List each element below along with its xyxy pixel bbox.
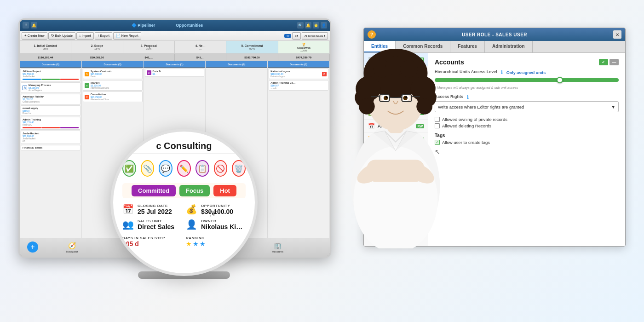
toolbar: + Create New ↻ Bulk Update ↓ Import ↑ Ex… (20, 31, 330, 41)
mag-check-icon[interactable]: ✅ (122, 160, 136, 177)
count-badge: 47 (284, 34, 291, 38)
person-icon: 👤 (186, 219, 197, 230)
magnifier-content: c Consulting ✅ 📎 💬 ✏️ 📋 🚫 🗑️ Committed F… (113, 132, 255, 273)
mag-block-icon[interactable]: 🚫 (214, 160, 228, 177)
ranking-stars: ★ ★ ★ (186, 240, 246, 247)
stage-negotiation[interactable]: 4. Ne… … (175, 41, 226, 53)
kanban-col-0: Documents (0) JH New Project $57,550.00 … (20, 61, 82, 256)
pipeline-stages: 1. Initial Contact 25% 2. Scope 15% 3. P… (20, 41, 330, 54)
view-btn[interactable]: ≡▾ (292, 32, 301, 40)
import-btn[interactable]: ↓ Import (76, 32, 94, 40)
card-katherin[interactable]: Katherin-Lagros $100,050.00 Katherin-Lag… (269, 69, 328, 79)
app-grid-icon: ⠿ (23, 22, 29, 29)
tag-committed[interactable]: Committed (132, 185, 176, 196)
svg-point-23 (405, 96, 407, 98)
svg-point-17 (400, 60, 418, 78)
stage-val-2: $41,… (123, 54, 175, 61)
nav-navigator[interactable]: 🧭 Navigator (66, 242, 78, 253)
owner-label: OWNER (201, 219, 246, 223)
mag-doc-icon[interactable]: 📋 (196, 160, 209, 177)
card-consultation[interactable]: C Consultation $18,450.00 Alterwerth and… (83, 92, 143, 102)
magnifier-overlay: c Consulting ✅ 📎 💬 ✏️ 📋 🚫 🗑️ Committed F… (110, 129, 258, 276)
star-3: ★ (200, 240, 206, 247)
kanban-cards-0: JH New Project $57,550.00 Jerda-Hacket (20, 68, 81, 256)
kanban-col-4: Documents (0) Katherin-Lagros $100,050.0… (268, 61, 330, 256)
report-icon: 📄 (116, 34, 121, 38)
stage-initial-contact[interactable]: 1. Initial Contact 25% (20, 41, 71, 53)
mag-comment-icon[interactable]: 💬 (159, 160, 172, 177)
card-managing[interactable]: A Managing Process $8,206.00 Acme Belgiu… (21, 82, 80, 93)
user-icon-bar[interactable]: 👤 (321, 22, 327, 29)
plus-icon: + (24, 34, 27, 38)
dropdown-arrow: ▼ (611, 104, 615, 109)
card-data-tr[interactable]: D Data Tr… $1… (145, 69, 205, 77)
toggle-dash[interactable]: — (610, 59, 619, 65)
card-jh-new[interactable]: JH New Project $57,550.00 Jerda-Hacket (21, 69, 80, 81)
stage-val-0: $116,186.44 (20, 54, 71, 61)
svg-point-22 (386, 96, 388, 98)
mag-edit-icon[interactable]: ✏️ (177, 160, 191, 177)
tab-administration[interactable]: Administration (485, 41, 533, 52)
closing-date-value: 25 Jul 2022 (138, 208, 182, 215)
card-american[interactable]: American Fidelity $8,028.37 Global Enter… (21, 94, 80, 104)
owner-value: Nikolaus Ki… (201, 223, 246, 230)
accounts-icon: 🏢 (274, 242, 282, 249)
closing-date-label: CLOSING DATE (138, 204, 182, 208)
svg-rect-5 (367, 160, 424, 182)
info-icon-access[interactable]: ℹ (467, 94, 469, 100)
calendar-icon: 📅 (122, 204, 134, 215)
card-system[interactable]: S System Customiz… $45,000.00 Brum (83, 69, 143, 79)
mag-field-sales-unit: 👥 SALES UNIT Direct Sales (122, 219, 182, 230)
new-report-btn[interactable]: 📄 New Report (113, 32, 141, 40)
card-admin-co[interactable]: Admin Training Co… $166.67 …LLC (269, 80, 328, 91)
search-icon-bar[interactable]: 🔍 (297, 22, 304, 29)
ranking-label: RANKING (186, 236, 246, 240)
card-jerda[interactable]: Jerda-Hackett $88,000.00 Jerda-Hackett 6… (21, 131, 80, 144)
days-value: 905 d (122, 240, 182, 247)
all-direct-sales-btn[interactable]: All Direct Sales ▾ (302, 32, 328, 40)
nav-accounts[interactable]: 🏢 Accounts (272, 242, 283, 253)
tag-hot[interactable]: Hot (213, 185, 236, 196)
export-icon: ↑ (98, 34, 99, 38)
team-icon: 👥 (122, 219, 134, 230)
slider-thumb[interactable] (557, 77, 563, 83)
card-financial[interactable]: Financial, Banks (21, 145, 80, 150)
info-icon-hierarchical[interactable]: ℹ (501, 69, 503, 75)
mag-field-owner: 👤 OWNER Nikolaus Ki… (186, 219, 246, 230)
mag-link-icon[interactable]: 📎 (141, 160, 155, 177)
app-bar-title: 🔷 Pipeliner Opportunities (39, 23, 295, 28)
mag-delete-icon[interactable]: 🗑️ (232, 160, 246, 177)
bulk-update-btn[interactable]: ↻ Bulk Update (48, 32, 75, 40)
stage-val-5: $474,336.79 (278, 54, 330, 61)
kanban-col-header-4: Documents (0) (268, 61, 329, 68)
star-2: ★ (193, 240, 199, 247)
scene: ⠿ 🔔 🔷 Pipeliner Opportunities 🔍 🔔 ⭐ 👤 + (0, 0, 644, 322)
star-1: ★ (186, 240, 192, 247)
stage-scope[interactable]: 2. Scope 15% (71, 41, 123, 53)
stage-commitment[interactable]: 5. Commitment 90% (226, 41, 278, 53)
money-icon: 💰 (186, 204, 197, 215)
create-new-btn[interactable]: + Create New (22, 32, 47, 40)
close-btn[interactable]: ✕ (613, 30, 621, 39)
card-manek[interactable]: manek oppty $666.0 Bruen Inc (21, 105, 80, 116)
add-nav-btn[interactable]: + (27, 242, 38, 253)
star-icon-bar[interactable]: ⭐ (313, 22, 319, 29)
card-etarget[interactable]: e eTarget $3,610.00 Alterwerth and Sons (83, 80, 143, 91)
person-svg (336, 0, 455, 248)
card-admin[interactable]: Admin Training $49,155.40 Reilly LLC (21, 117, 80, 130)
app-bar-actions: 🔍 🔔 ⭐ 👤 (297, 22, 327, 29)
svg-point-20 (384, 96, 388, 100)
bell-icon-bar[interactable]: 🔔 (305, 22, 311, 29)
navigator-icon: 🧭 (68, 242, 76, 249)
tag-focus[interactable]: Focus (179, 185, 210, 196)
import-icon: ↓ (79, 34, 81, 38)
mag-header: c Consulting (122, 141, 246, 154)
stage-proposal[interactable]: 3. Proposal 30% (123, 41, 175, 53)
stage-val-3: $41,… (175, 54, 226, 61)
days-label: DAYS IN SALES STEP (122, 236, 182, 240)
toggle-check[interactable]: ✓ (599, 59, 608, 65)
monitor-wrapper: ⠿ 🔔 🔷 Pipeliner Opportunities 🔍 🔔 ⭐ 👤 + (18, 18, 350, 304)
mag-tags-row: Committed Focus Hot ☞ (122, 183, 246, 198)
export-btn[interactable]: ↑ Export (95, 32, 112, 40)
stage-closed-won[interactable]: 🏆 Closed/Won 100% (278, 41, 330, 53)
